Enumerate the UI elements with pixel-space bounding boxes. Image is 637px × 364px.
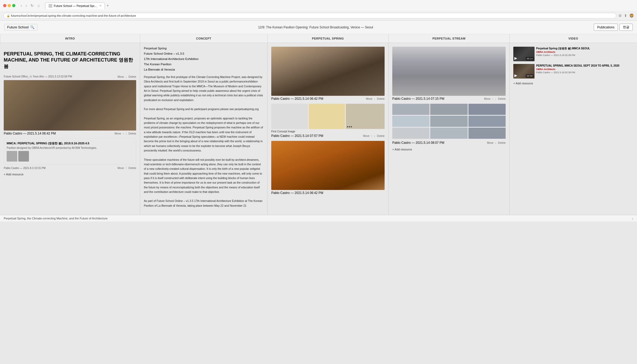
concept-item-2: Future School Online – v1.3.5 [144,52,264,55]
video2-thumbnail[interactable]: ▶ 00:58 [513,64,535,79]
status-bar: Perpetual Spring, the Climate-correcting… [0,215,637,222]
link-up-btn[interactable]: ↑ [126,167,127,170]
concept-item-4: The Korean Pavilion [144,63,264,66]
stream-thumb6 [468,116,506,127]
new-tab-button[interactable]: + [105,2,110,9]
url-input[interactable]: 🔒 futureschool.kr/en/perpetual-spring-th… [3,13,616,19]
stream-img1-actions: Move ↑ ↓ Delete [484,97,506,100]
img1-down-btn[interactable]: ↓ [126,132,127,135]
intro-meta1: Future School Office_이 Yoon Ahn — 2021.5… [4,75,136,79]
intro-actions1: Move ↓ Delete [118,75,136,78]
close-button[interactable] [3,4,6,7]
video2-channel: OBRA Architects [536,68,633,71]
intro-add-resource[interactable]: + Add resource [4,173,136,176]
tab-close-icon[interactable]: ✕ [99,4,101,7]
link-thumb1 [7,151,17,162]
browser-titlebar: ‹ › ↻ ⌂ Future School — Perpetual Spr...… [0,0,637,11]
stream-thumb7 [392,128,429,139]
forward-button[interactable]: › [25,3,28,8]
stream-thumb3 [468,104,506,115]
active-tab[interactable]: Future School — Perpetual Spr... ✕ [45,2,105,9]
minimize-button[interactable] [8,4,11,7]
video-card-2: ▶ 00:58 PERPETUAL SPRING, MMCA SEOUL SEP… [513,64,633,79]
share-icon[interactable]: ⬆ [624,14,627,18]
header-right: Publications 한글 [594,24,633,31]
img1-move-btn[interactable]: Move [115,132,121,135]
tab-favicon [49,4,52,8]
stream-img1-move[interactable]: Move [484,97,490,100]
spring-img2-delete[interactable]: Delete [377,135,385,137]
stream-img2-down[interactable]: ↓ [495,141,496,144]
link-thumbs [7,151,133,162]
spring-img1-author: Pablo Castro — 2021.5.14 06:42 PM [271,97,323,101]
stream-img1-down[interactable]: ↓ [495,97,496,100]
video2-info: PERPETUAL SPRING, MMCA SEOUL SEPT 2019 T… [536,64,633,79]
stream-img1-meta: Pablo Castro — 2021.5.14 07:15 PM Move ↑… [392,97,506,101]
refresh-button[interactable]: ↻ [29,3,35,8]
intro-meta1-author: Future School Office_이 Yoon Ahn — 2021.5… [4,75,72,79]
link-move-btn[interactable]: Move [118,167,124,170]
header-perpetual-spring: PERPETUAL SPRING [268,34,389,43]
video2-duration: 00:58 [526,74,533,77]
publications-button[interactable]: Publications [594,24,618,31]
search-icon[interactable]: 🔍 [30,25,35,29]
concept-grid-item1 [271,104,308,129]
stream-img2-delete[interactable]: Delete [498,141,506,144]
spring-img1-move[interactable]: Move [366,97,372,100]
fullscreen-button[interactable] [12,4,15,7]
spring-img1-actions: Move ↓ Delete [366,97,385,100]
video1-thumbnail[interactable]: ▶ 00:14 [513,47,535,61]
columns-content: PERPETUAL SPRING, THE CLIMATE-CORRECTING… [0,43,637,215]
stream-img1: Pablo Castro — 2021.5.14 07:15 PM Move ↑… [392,47,506,101]
link-actions: Move ↑ Delete [118,167,136,170]
back-button[interactable]: ‹ [20,3,23,8]
logo-text: Future School [7,25,29,29]
spring-img3: Pablo Castro — 2021.5.14 06:42 PM [271,141,385,195]
spring-img1-delete[interactable]: Delete [377,97,385,100]
intro-column: PERPETUAL SPRING, THE CLIMATE-CORRECTING… [0,43,140,215]
spring-img2-move[interactable]: Move [363,135,369,137]
header-concept: CONCEPT [140,34,268,43]
header-announcement: 12/9: The Korean Pavilion Opening: Futur… [37,25,594,29]
column-headers: INTRO CONCEPT PERPETUAL SPRING PERPETUAL… [0,34,637,43]
link-thumb2 [18,151,29,162]
stream-img1-up[interactable]: ↑ [492,97,493,100]
stream-thumb9 [468,128,506,139]
move-button[interactable]: Move [118,75,124,78]
concept-items-list: Perpetual Spring Future School Online – … [144,47,264,71]
video-card-1: ▶ 00:14 Perpetual Spring (영원한 봄) MMCA SE… [513,47,633,61]
img1-actions: Move ↑ ↓ Delete [115,132,136,135]
delete-button[interactable]: Delete [128,75,136,78]
logo-box[interactable]: Future School 🔍 [4,24,37,31]
spring-img1: Pablo Castro — 2021.5.14 06:42 PM Move ↓… [271,47,385,101]
img1-delete-btn[interactable]: Delete [128,132,136,135]
header-perpetual-stream: PERPETUAL STREAM [389,34,510,43]
intro-link-block: MMCA: PERPETUAL SPRING (영원한 봄), 2019.9.1… [4,138,136,164]
link-delete-btn[interactable]: Delete [128,167,136,170]
spring-img2-up[interactable]: ↑ [371,135,372,137]
spring-img1-down[interactable]: ↓ [374,97,375,100]
home-button[interactable]: ⌂ [36,3,41,8]
video-add-resource[interactable]: + Add resource [513,82,633,85]
brave-icon[interactable]: 🦁 [629,14,634,18]
video1-meta: Pablo Castro — 2021.5.19 02:39 PM [536,54,633,57]
spring-img1-placeholder [271,47,385,96]
stream-add-resource[interactable]: + Add resource [392,148,506,151]
stream-thumb8 [430,128,467,139]
stream-img2-author: Pablo Castro — 2021.5.14 08:07 PM [392,141,444,145]
concept-item-5: La Biennale di Venezia [144,68,264,71]
stream-img2-move[interactable]: Move [487,141,493,144]
browser-chrome: ‹ › ↻ ⌂ Future School — Perpetual Spr...… [0,0,637,20]
stream-thumb4 [392,116,429,127]
intro-image1: Pablo Castro — 2021.5.14 06:42 PM Move ↑… [4,80,136,135]
stream-img1-delete[interactable]: Delete [498,97,506,100]
link-meta: Pablo Castro — 2021.8.3 10:15 PM Move ↑ … [4,167,136,170]
extensions-icon[interactable]: ⚙ [618,14,622,18]
down-button[interactable]: ↓ [126,75,127,78]
spring-img3-meta: Pablo Castro — 2021.5.14 06:42 PM [271,191,385,195]
concept-img-grid: ■ ■ ■ [271,104,385,129]
link-meta-author: Pablo Castro — 2021.8.3 10:15 PM [4,167,46,170]
language-button[interactable]: 한글 [619,24,633,31]
img1-up-btn[interactable]: ↑ [123,132,124,135]
spring-img2-down[interactable]: ↓ [374,135,375,137]
